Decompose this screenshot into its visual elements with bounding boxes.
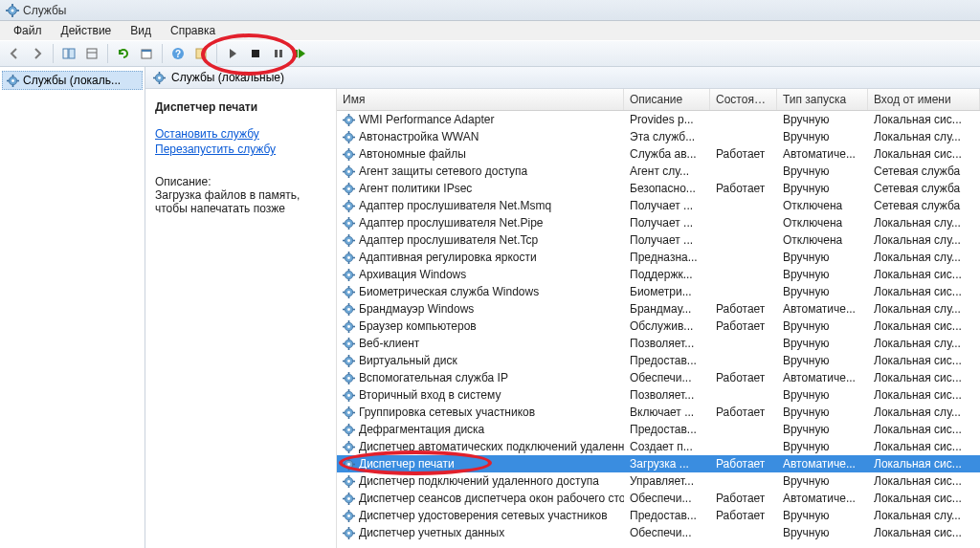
service-name: Браузер компьютеров [359, 319, 477, 333]
service-name: Адаптер прослушивателя Net.Msmq [359, 199, 551, 212]
pause-service-button[interactable] [268, 43, 289, 64]
service-row[interactable]: Диспетчер учетных данныхОбеспечи...Вручн… [337, 524, 980, 541]
service-name: Диспетчер печати [359, 457, 455, 471]
service-row[interactable]: Диспетчер подключений удаленного доступа… [337, 472, 980, 490]
stop-service-link[interactable]: Остановить службу [155, 127, 326, 141]
refresh-button[interactable] [113, 43, 134, 64]
col-header-state[interactable]: Состояние [710, 89, 777, 110]
service-row[interactable]: Автономные файлыСлужба ав...РаботаетАвто… [337, 145, 980, 163]
col-header-start[interactable]: Тип запуска [777, 89, 868, 110]
detail-selected-name: Диспетчер печати [155, 100, 257, 114]
service-row[interactable]: Диспетчер печатиЗагрузка ...РаботаетАвто… [337, 455, 980, 472]
content-header: Службы (локальные) [145, 67, 980, 89]
service-row[interactable]: Автонастройка WWANЭта служб...ВручнуюЛок… [337, 128, 980, 145]
service-row[interactable]: WMI Performance AdapterProvides p...Вруч… [337, 111, 980, 128]
service-start: Вручную [777, 508, 868, 523]
col-header-logon[interactable]: Вход от имени [868, 89, 980, 110]
service-state: Работает [710, 405, 777, 420]
properties-button[interactable] [136, 43, 157, 64]
toolbar: ? [0, 40, 980, 67]
gear-icon [343, 114, 355, 126]
service-start: Автоматиче... [777, 301, 868, 317]
gear-icon [343, 355, 355, 367]
service-start: Вручную [777, 284, 868, 299]
service-row[interactable]: Диспетчер автоматических подключений уда… [337, 438, 980, 455]
service-desc: Брандмау... [624, 301, 710, 317]
service-row[interactable]: Группировка сетевых участниковВключает .… [337, 404, 980, 421]
detail-pane: Диспетчер печати Остановить службу Перез… [145, 89, 337, 548]
service-row[interactable]: Диспетчер удостоверения сетевых участник… [337, 507, 980, 524]
service-logon: Локальная сис... [868, 422, 980, 437]
col-header-name[interactable]: Имя [337, 89, 624, 110]
service-row[interactable]: Адаптер прослушивателя Net.TcpПолучает .… [337, 231, 980, 249]
service-name: Диспетчер подключений удаленного доступа [359, 474, 599, 488]
service-desc: Предостав... [624, 353, 710, 368]
service-start: Отключена [777, 232, 868, 248]
service-desc: Предостав... [624, 508, 710, 523]
service-logon: Локальная сис... [868, 146, 980, 162]
service-row[interactable]: Агент защиты сетевого доступаАгент слу..… [337, 163, 980, 180]
services-list[interactable]: Имя Описание Состояние Тип запуска Вход … [337, 89, 980, 548]
restart-service-button[interactable] [291, 43, 312, 64]
back-button[interactable] [4, 43, 25, 64]
service-row[interactable]: Архивация WindowsПоддержк...ВручнуюЛокал… [337, 266, 980, 283]
gear-icon [343, 131, 355, 143]
gear-icon [343, 200, 355, 212]
service-desc: Биометри... [624, 284, 710, 299]
service-row[interactable]: Браузер компьютеровОбслужив...РаботаетВр… [337, 318, 980, 335]
service-row[interactable]: Агент политики IPsecБезопасно...Работает… [337, 180, 980, 197]
menu-file[interactable]: Файл [6, 22, 50, 39]
help-button[interactable]: ? [167, 43, 189, 64]
service-logon: Локальная слу... [868, 129, 980, 144]
action-pane-button[interactable] [190, 43, 212, 64]
service-desc: Предназна... [624, 250, 710, 265]
svg-rect-8 [87, 49, 97, 58]
restart-service-link[interactable]: Перезапустить службу [155, 142, 326, 156]
start-service-button[interactable] [222, 43, 243, 64]
service-row[interactable]: Диспетчер сеансов диспетчера окон рабоче… [337, 490, 980, 507]
service-state [710, 422, 777, 437]
service-desc: Обеспечи... [624, 491, 710, 506]
service-row[interactable]: Вторичный вход в системуПозволяет...Вруч… [337, 386, 980, 404]
service-name: Диспетчер автоматических подключений уда… [359, 440, 624, 453]
service-start: Вручную [777, 164, 868, 179]
main-area: Службы (локаль... Службы (локальные) Дис… [0, 67, 980, 548]
gear-icon [343, 338, 355, 350]
service-state [710, 129, 777, 144]
service-name: Веб-клиент [359, 337, 419, 350]
separator [53, 44, 54, 63]
service-row[interactable]: Виртуальный дискПредостав...ВручнуюЛокал… [337, 352, 980, 369]
service-logon: Локальная сис... [868, 267, 980, 282]
service-desc: Получает ... [624, 232, 710, 248]
service-row[interactable]: Адаптивная регулировка яркостиПредназна.… [337, 249, 980, 266]
gear-icon [343, 527, 355, 539]
service-row[interactable]: Веб-клиентПозволяет...ВручнуюЛокальная с… [337, 335, 980, 352]
service-logon: Локальная сис... [868, 456, 980, 471]
svg-rect-16 [275, 50, 278, 57]
service-state [710, 353, 777, 368]
gear-icon [343, 389, 355, 402]
service-row[interactable]: Брандмауэр WindowsБрандмау...РаботаетАвт… [337, 300, 980, 318]
service-row[interactable]: Биометрическая служба WindowsБиометри...… [337, 283, 980, 300]
service-name: Диспетчер сеансов диспетчера окон рабоче… [359, 492, 624, 505]
service-row[interactable]: Адаптер прослушивателя Net.PipeПолучает … [337, 214, 980, 231]
menu-help[interactable]: Справка [163, 22, 223, 39]
gear-icon [343, 234, 355, 247]
service-start: Вручную [777, 405, 868, 420]
menu-view[interactable]: Вид [122, 22, 159, 39]
svg-rect-11 [142, 50, 151, 52]
service-row[interactable]: Вспомогательная служба IPОбеспечи...Рабо… [337, 369, 980, 386]
show-hide-tree-button[interactable] [58, 43, 79, 64]
service-row[interactable]: Дефрагментация дискаПредостав...ВручнуюЛ… [337, 421, 980, 438]
col-header-desc[interactable]: Описание [624, 89, 710, 110]
forward-button[interactable] [27, 43, 48, 64]
export-list-button[interactable] [81, 43, 102, 64]
tree-item-services[interactable]: Службы (локаль... [2, 71, 143, 90]
gear-icon [343, 269, 355, 281]
stop-service-button[interactable] [245, 43, 266, 64]
menu-action[interactable]: Действие [54, 22, 120, 39]
gear-icon [343, 372, 355, 384]
service-state [710, 215, 777, 230]
service-logon: Локальная слу... [868, 301, 980, 317]
service-row[interactable]: Адаптер прослушивателя Net.MsmqПолучает … [337, 197, 980, 214]
